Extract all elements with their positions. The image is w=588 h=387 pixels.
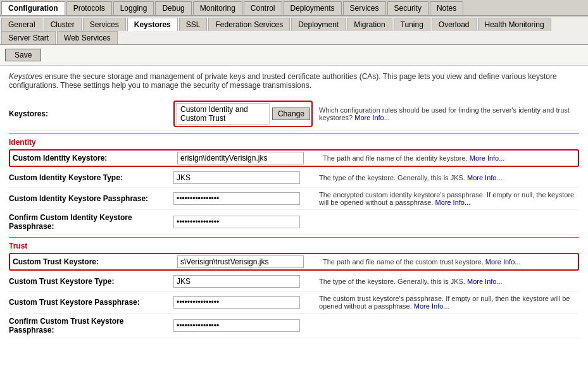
tab-logging[interactable]: Logging: [113, 1, 154, 15]
tab2-deployment[interactable]: Deployment: [291, 18, 346, 31]
keystores-label: Keystores:: [9, 109, 173, 118]
custom-identity-keystore-input[interactable]: [177, 152, 304, 164]
confirm-custom-identity-passphrase-input-area: [173, 216, 313, 228]
save-button[interactable]: Save: [5, 49, 41, 61]
custom-identity-keystore-input-area: [177, 152, 316, 164]
tab2-federation-services[interactable]: Federation Services: [208, 18, 290, 31]
confirm-custom-trust-passphrase-input[interactable]: [173, 319, 300, 332]
description-text: Keystores ensure the secure storage and …: [9, 72, 579, 90]
confirm-custom-trust-passphrase-input-area: [173, 319, 313, 332]
custom-trust-passphrase-more-info-link[interactable]: More Info...: [414, 302, 449, 310]
custom-trust-passphrase-input[interactable]: [173, 296, 300, 309]
custom-trust-passphrase-help: The custom trust keystore's passphrase. …: [319, 295, 579, 310]
tab-security[interactable]: Security: [387, 1, 428, 15]
tab2-overload[interactable]: Overload: [432, 18, 477, 31]
custom-identity-passphrase-input[interactable]: [173, 192, 300, 205]
tab-protocols[interactable]: Protocols: [66, 1, 112, 15]
secondary-tab-bar: General Cluster Services Keystores SSL F…: [0, 16, 588, 45]
custom-identity-passphrase-row: Custom Identity Keystore Passphrase: The…: [9, 188, 579, 210]
custom-identity-keystore-type-row: Custom Identity Keystore Type: The type …: [9, 168, 579, 188]
custom-trust-passphrase-label: Custom Trust Keystore Passphrase:: [9, 298, 173, 307]
keystores-help: Which configuration rules should be used…: [319, 106, 579, 121]
tab2-services[interactable]: Services: [83, 18, 126, 31]
keystores-value-container: Custom Identity and Custom Trust Change: [173, 101, 313, 127]
custom-identity-keystore-more-info-link[interactable]: More Info...: [470, 154, 505, 162]
custom-identity-keystore-row: Custom Identity Keystore: The path and f…: [9, 149, 579, 167]
custom-trust-keystore-type-help: The type of the keystore. Generally, thi…: [319, 278, 579, 285]
keystores-more-info-link[interactable]: More Info...: [354, 114, 390, 121]
tab2-server-start[interactable]: Server Start: [1, 31, 56, 44]
custom-identity-passphrase-label: Custom Identity Keystore Passphrase:: [9, 194, 173, 203]
custom-trust-keystore-type-row: Custom Trust Keystore Type: The type of …: [9, 272, 579, 292]
tab-notes[interactable]: Notes: [430, 1, 463, 15]
keystores-input-area: Custom Identity and Custom Trust Change: [173, 101, 313, 127]
tab2-tuning[interactable]: Tuning: [394, 18, 430, 31]
custom-trust-keystore-type-input[interactable]: [173, 275, 300, 288]
main-content: Keystores ensure the secure storage and …: [0, 66, 588, 345]
custom-identity-keystore-type-input-area: [173, 171, 313, 184]
keystores-value-text: Custom Identity and Custom Trust: [176, 103, 270, 125]
custom-trust-passphrase-input-area: [173, 296, 313, 309]
tab-services[interactable]: Services: [343, 1, 386, 15]
custom-trust-keystore-input[interactable]: [177, 255, 304, 268]
tab2-web-services[interactable]: Web Services: [57, 31, 118, 44]
custom-trust-keystore-row: Custom Trust Keystore: The path and file…: [9, 253, 579, 271]
custom-identity-passphrase-more-info-link[interactable]: More Info...: [435, 199, 470, 206]
confirm-custom-identity-passphrase-label: Confirm Custom Identity Keystore Passphr…: [9, 213, 173, 231]
custom-trust-keystore-more-info-link[interactable]: More Info...: [485, 258, 521, 266]
tab2-ssl[interactable]: SSL: [179, 18, 208, 31]
change-button[interactable]: Change: [272, 108, 310, 120]
tab-deployments[interactable]: Deployments: [284, 1, 342, 15]
custom-trust-keystore-type-label: Custom Trust Keystore Type:: [9, 277, 173, 286]
confirm-custom-trust-passphrase-row: Confirm Custom Trust Keystore Passphrase…: [9, 314, 579, 338]
confirm-custom-trust-passphrase-label: Confirm Custom Trust Keystore Passphrase…: [9, 317, 173, 335]
tab-configuration[interactable]: Configuration: [1, 1, 65, 15]
tab2-migration[interactable]: Migration: [347, 18, 392, 31]
custom-trust-keystore-label: Custom Trust Keystore:: [13, 257, 177, 266]
custom-identity-keystore-label: Custom Identity Keystore:: [13, 154, 177, 163]
custom-trust-keystore-type-input-area: [173, 275, 313, 288]
trust-section-header: Trust: [9, 237, 579, 252]
tab2-general[interactable]: General: [1, 18, 42, 31]
custom-identity-keystore-type-input[interactable]: [173, 171, 300, 184]
tab-monitoring[interactable]: Monitoring: [193, 1, 242, 15]
custom-identity-keystore-type-label: Custom Identity Keystore Type:: [9, 173, 173, 182]
custom-identity-passphrase-input-area: [173, 192, 313, 205]
custom-trust-keystore-type-more-info-link[interactable]: More Info...: [467, 278, 503, 285]
primary-tab-bar: Configuration Protocols Logging Debug Mo…: [0, 0, 588, 16]
confirm-custom-identity-passphrase-input[interactable]: [173, 216, 300, 228]
tab2-health-monitoring[interactable]: Health Monitoring: [478, 18, 551, 31]
custom-trust-passphrase-row: Custom Trust Keystore Passphrase: The cu…: [9, 292, 579, 314]
custom-identity-keystore-type-more-info-link[interactable]: More Info...: [467, 174, 503, 181]
custom-identity-passphrase-help: The encrypted custom identity keystore's…: [319, 191, 579, 206]
keystores-row: Keystores: Custom Identity and Custom Tr…: [9, 97, 579, 131]
tab2-cluster[interactable]: Cluster: [44, 18, 82, 31]
tab-control[interactable]: Control: [244, 1, 282, 15]
tab2-keystores[interactable]: Keystores: [127, 18, 178, 31]
custom-identity-keystore-help: The path and file name of the identity k…: [323, 154, 575, 162]
save-area: Save: [0, 45, 588, 66]
identity-section-header: Identity: [9, 133, 579, 148]
confirm-custom-identity-passphrase-row: Confirm Custom Identity Keystore Passphr…: [9, 210, 579, 235]
tab-debug[interactable]: Debug: [155, 1, 191, 15]
custom-identity-keystore-type-help: The type of the keystore. Generally, thi…: [319, 174, 579, 181]
custom-trust-keystore-input-area: [177, 255, 316, 268]
custom-trust-keystore-help: The path and file name of the custom tru…: [323, 258, 575, 266]
